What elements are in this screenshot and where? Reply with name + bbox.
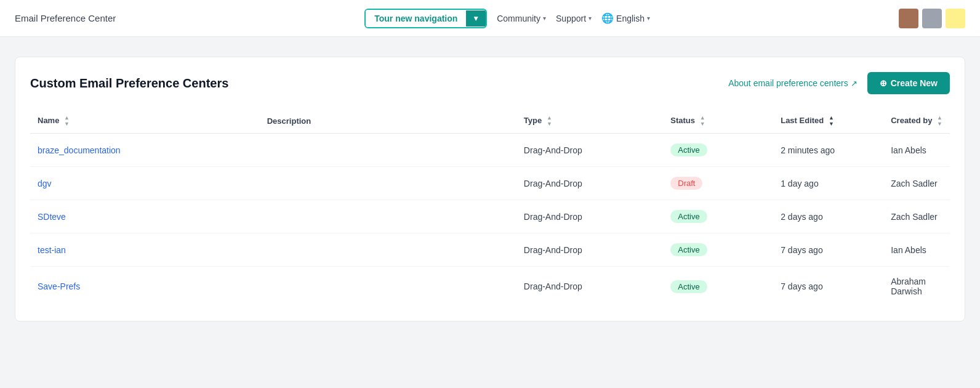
table-row: Save-Prefs Drag-And-Drop Active 7 days a…	[30, 267, 950, 307]
avatar-gray[interactable]	[922, 9, 942, 28]
about-link-text: About email preference centers	[728, 78, 848, 88]
col-header-description: Description	[260, 109, 516, 134]
status-badge-4: Active	[670, 280, 707, 293]
create-new-button[interactable]: ⊕ Create New	[867, 72, 950, 94]
cell-name-3: test-ian	[30, 233, 260, 267]
preference-centers-table: Name ▲▼ Description Type ▲▼ Status ▲▼	[30, 109, 950, 306]
language-nav-link[interactable]: 🌐 English ▾	[601, 12, 650, 24]
tour-navigation-button[interactable]: Tour new navigation ▼	[364, 9, 487, 28]
cell-status-1: Draft	[663, 167, 773, 200]
table-row: braze_documentation Drag-And-Drop Active…	[30, 134, 950, 167]
cell-name-4: Save-Prefs	[30, 267, 260, 307]
top-navigation: Email Preference Center Tour new navigat…	[0, 0, 980, 37]
community-chevron-icon: ▾	[543, 15, 546, 22]
app-title: Email Preference Center	[15, 13, 116, 23]
cell-desc-1	[260, 167, 516, 200]
name-link-0[interactable]: braze_documentation	[38, 145, 121, 155]
cell-createdby-2: Zach Sadler	[883, 200, 950, 233]
name-link-4[interactable]: Save-Prefs	[38, 281, 80, 291]
cell-lastedited-3: 7 days ago	[773, 233, 883, 267]
support-nav-link[interactable]: Support ▾	[556, 14, 592, 23]
col-header-created-by[interactable]: Created by ▲▼	[883, 109, 950, 134]
cell-status-3: Active	[663, 233, 773, 267]
name-link-2[interactable]: SDteve	[38, 212, 66, 222]
cell-status-4: Active	[663, 267, 773, 307]
cell-lastedited-0: 2 minutes ago	[773, 134, 883, 167]
col-header-last-edited[interactable]: Last Edited ▲▼	[773, 109, 883, 134]
cell-createdby-1: Zach Sadler	[883, 167, 950, 200]
cell-type-2: Drag-And-Drop	[516, 200, 663, 233]
language-chevron-icon: ▾	[647, 15, 650, 22]
status-badge-1: Draft	[670, 177, 702, 190]
cell-desc-2	[260, 200, 516, 233]
tour-button-label: Tour new navigation	[366, 10, 466, 27]
cell-name-1: dgv	[30, 167, 260, 200]
lastedited-sort-icon: ▲▼	[829, 115, 834, 127]
about-link[interactable]: About email preference centers ↗	[728, 78, 857, 88]
cell-lastedited-4: 7 days ago	[773, 267, 883, 307]
main-content: Custom Email Preference Centers About em…	[0, 37, 980, 341]
card-header: Custom Email Preference Centers About em…	[30, 72, 950, 94]
card-header-actions: About email preference centers ↗ ⊕ Creat…	[728, 72, 950, 94]
status-badge-3: Active	[670, 243, 707, 256]
cell-createdby-0: Ian Abels	[883, 134, 950, 167]
language-label: English	[616, 14, 645, 23]
avatar-yellow[interactable]	[946, 9, 965, 28]
cell-type-4: Drag-And-Drop	[516, 267, 663, 307]
top-nav-right	[899, 9, 965, 28]
table-row: dgv Drag-And-Drop Draft 1 day ago Zach S…	[30, 167, 950, 200]
card-title: Custom Email Preference Centers	[30, 76, 228, 91]
create-btn-label: Create New	[891, 78, 938, 88]
col-header-type[interactable]: Type ▲▼	[516, 109, 663, 134]
name-sort-icon: ▲▼	[64, 115, 70, 127]
cell-name-0: braze_documentation	[30, 134, 260, 167]
type-sort-icon: ▲▼	[547, 115, 552, 127]
cell-status-0: Active	[663, 134, 773, 167]
globe-icon: 🌐	[601, 12, 614, 24]
table-header-row: Name ▲▼ Description Type ▲▼ Status ▲▼	[30, 109, 950, 134]
cell-lastedited-2: 2 days ago	[773, 200, 883, 233]
cell-createdby-4: Abraham Darwish	[883, 267, 950, 307]
cell-desc-4	[260, 267, 516, 307]
avatar-brown[interactable]	[899, 9, 918, 28]
table-row: test-ian Drag-And-Drop Active 7 days ago…	[30, 233, 950, 267]
name-link-3[interactable]: test-ian	[38, 245, 66, 255]
table-row: SDteve Drag-And-Drop Active 2 days ago Z…	[30, 200, 950, 233]
external-link-icon: ↗	[851, 79, 857, 88]
cell-type-1: Drag-And-Drop	[516, 167, 663, 200]
col-header-status[interactable]: Status ▲▼	[663, 109, 773, 134]
cell-createdby-3: Ian Abels	[883, 233, 950, 267]
cell-status-2: Active	[663, 200, 773, 233]
cell-name-2: SDteve	[30, 200, 260, 233]
cell-type-0: Drag-And-Drop	[516, 134, 663, 167]
status-sort-icon: ▲▼	[700, 115, 705, 127]
preference-centers-card: Custom Email Preference Centers About em…	[15, 57, 965, 321]
support-chevron-icon: ▾	[588, 15, 592, 22]
cell-desc-3	[260, 233, 516, 267]
community-nav-link[interactable]: Community ▾	[497, 14, 546, 23]
createdby-sort-icon: ▲▼	[937, 115, 942, 127]
cell-lastedited-1: 1 day ago	[773, 167, 883, 200]
status-badge-2: Active	[670, 210, 707, 223]
community-label: Community	[497, 14, 540, 23]
tour-chevron-icon: ▼	[466, 10, 486, 26]
col-header-name[interactable]: Name ▲▼	[30, 109, 260, 134]
create-plus-icon: ⊕	[880, 78, 887, 88]
name-link-1[interactable]: dgv	[38, 179, 52, 188]
top-nav-center: Tour new navigation ▼ Community ▾ Suppor…	[364, 9, 650, 28]
status-badge-0: Active	[670, 143, 707, 156]
cell-type-3: Drag-And-Drop	[516, 233, 663, 267]
cell-desc-0	[260, 134, 516, 167]
support-label: Support	[556, 14, 586, 23]
